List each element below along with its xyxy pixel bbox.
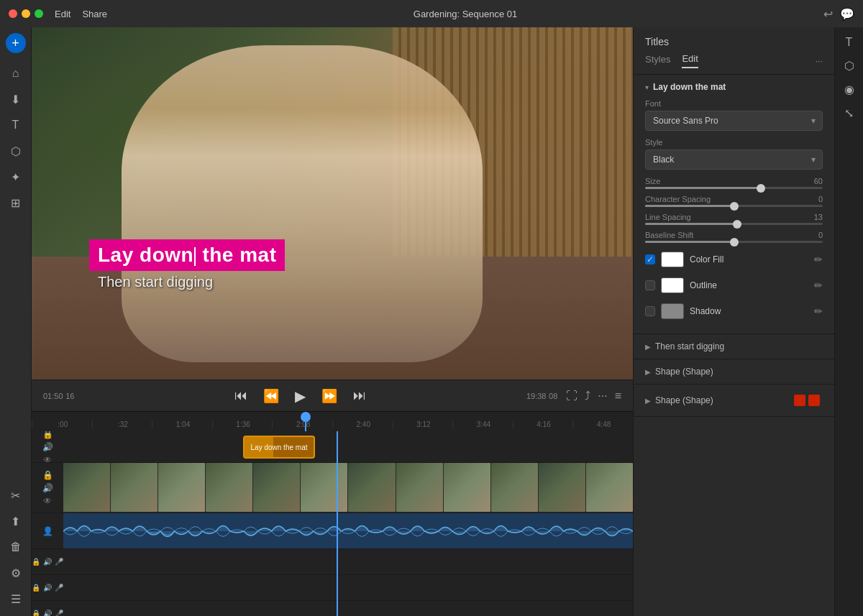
size-slider-track[interactable] xyxy=(645,187,823,189)
ruler-mark: 2:08 xyxy=(272,420,332,428)
outline-checkbox[interactable] xyxy=(645,280,655,290)
text-icon[interactable]: T xyxy=(843,33,856,52)
close-button[interactable] xyxy=(9,9,17,18)
title-overlay[interactable]: Lay down the mat Then start digging xyxy=(89,239,285,293)
import-icon[interactable]: ⬇ xyxy=(4,88,27,111)
char-spacing-slider[interactable] xyxy=(645,205,823,207)
crop-icon[interactable]: ⬡ xyxy=(841,56,857,75)
current-timecode: 01:50 16 xyxy=(43,390,74,401)
style-select[interactable]: Black xyxy=(645,150,823,170)
menu-bar: Edit Share xyxy=(55,9,107,19)
transition-icon[interactable]: ⬡ xyxy=(4,139,27,162)
lock-icon[interactable]: 🔒 xyxy=(32,610,40,616)
baseline-shift-section: Baseline Shift 0 xyxy=(645,231,823,243)
effects-icon[interactable]: ✦ xyxy=(4,165,27,188)
edit-menu[interactable]: Edit xyxy=(55,9,70,19)
size-value: 60 xyxy=(805,177,823,185)
ruler-mark: 3:12 xyxy=(393,420,453,428)
chevron-right-icon: ▶ xyxy=(645,397,651,405)
color-fill-checkbox[interactable]: ✓ xyxy=(645,254,655,265)
more-icon[interactable]: ··· xyxy=(598,390,607,403)
mic-icon[interactable]: 🎤 xyxy=(55,558,63,566)
visibility-icon[interactable]: 👁 xyxy=(43,496,52,506)
tab-styles[interactable]: Styles xyxy=(645,54,670,68)
ruler-mark: 3:44 xyxy=(452,420,513,428)
undo-button[interactable]: ↩ xyxy=(823,7,833,21)
audio-icon[interactable]: 🔊 xyxy=(43,610,52,616)
line-spacing-label: Line Spacing xyxy=(645,213,691,221)
lock-icon[interactable]: 🔒 xyxy=(42,431,53,439)
outline-swatch[interactable] xyxy=(661,277,684,293)
minimize-button[interactable] xyxy=(22,9,30,18)
menu-icon[interactable]: ≡ xyxy=(615,390,621,403)
settings-icon[interactable]: ⚙ xyxy=(4,561,27,584)
lock-icon[interactable]: 🔒 xyxy=(42,470,53,480)
title-clip[interactable]: Lay down the mat xyxy=(243,436,315,459)
ruler-mark: 1:04 xyxy=(152,420,212,428)
shape1-section[interactable]: ▶ Shape (Shape) xyxy=(634,359,834,385)
title-track-content: Lay down the mat xyxy=(63,431,633,462)
transform-icon[interactable]: ⤡ xyxy=(841,104,857,123)
color-icon[interactable]: ◉ xyxy=(841,80,857,99)
export-icon[interactable]: ⬆ xyxy=(4,510,27,533)
titles-icon[interactable]: T xyxy=(4,114,27,137)
video-frame xyxy=(444,463,490,512)
go-to-end-button[interactable]: ⏭ xyxy=(349,387,370,405)
tab-edit[interactable]: Edit xyxy=(682,53,698,68)
list-icon[interactable]: ☰ xyxy=(4,587,27,610)
color-fill-swatch[interactable] xyxy=(661,252,684,267)
person-icon[interactable]: 👤 xyxy=(42,526,53,536)
preview-area: Lay down the mat Then start digging xyxy=(32,27,633,380)
delete-icon[interactable]: 🗑 xyxy=(4,535,27,558)
play-button[interactable]: ▶ xyxy=(291,386,310,406)
share-media-icon[interactable]: ⤴ xyxy=(585,390,590,403)
more-options-button[interactable]: ··· xyxy=(816,56,823,66)
fast-forward-button[interactable]: ⏩ xyxy=(317,387,342,405)
audio-icon[interactable]: 🔊 xyxy=(43,558,52,566)
generators-icon[interactable]: ⊞ xyxy=(4,191,27,214)
mic-icon[interactable]: 🎤 xyxy=(55,610,63,616)
lock-icon[interactable]: 🔒 xyxy=(32,558,40,566)
mic-icon[interactable]: 🎤 xyxy=(55,584,63,592)
video-frame xyxy=(63,463,110,512)
video-preview: Lay down the mat Then start digging xyxy=(32,27,633,380)
video-filmstrip-container xyxy=(63,463,633,512)
outline-label: Outline xyxy=(690,280,808,290)
cut-icon[interactable]: ✂ xyxy=(4,484,27,507)
shape1-label: Shape (Shape) xyxy=(655,367,713,377)
share-icon[interactable]: 💬 xyxy=(840,7,854,21)
ruler-mark: 4:48 xyxy=(572,420,633,428)
maximize-button[interactable] xyxy=(35,9,43,18)
color-picker-icon[interactable]: ✏ xyxy=(814,254,823,265)
transport-bar: 01:50 16 ⏮ ⏪ ▶ ⏩ ⏭ 19:38 08 ⛶ ⤴ ··· xyxy=(32,380,633,411)
audio-icon[interactable]: 🔊 xyxy=(43,584,52,592)
font-select[interactable]: Source Sans Pro xyxy=(645,111,823,131)
add-button[interactable]: + xyxy=(6,33,26,53)
video-frame xyxy=(491,463,538,512)
shape2-section[interactable]: ▶ Shape (Shape) xyxy=(634,385,834,417)
lock-icon[interactable]: 🔒 xyxy=(32,584,40,592)
timeline-tracks: 🔒 🔊 👁 Lay down the mat xyxy=(32,431,633,616)
line-spacing-slider[interactable] xyxy=(645,223,823,225)
outline-picker-icon[interactable]: ✏ xyxy=(814,280,823,291)
chevron-right-icon: ▶ xyxy=(645,343,651,351)
audio-track-3: 🔒 🔊 🎤 xyxy=(32,575,633,601)
audio-mute-icon[interactable]: 🔊 xyxy=(42,442,53,452)
baseline-shift-label: Baseline Shift xyxy=(645,231,693,239)
baseline-shift-slider[interactable] xyxy=(645,241,823,243)
go-to-start-button[interactable]: ⏮ xyxy=(230,387,252,405)
share-menu[interactable]: Share xyxy=(82,9,107,19)
audio-mute-icon[interactable]: 🔊 xyxy=(42,483,53,493)
shadow-checkbox[interactable] xyxy=(645,306,655,316)
then-start-digging-section[interactable]: ▶ Then start digging xyxy=(634,334,834,359)
panel-tabs: Styles Edit ··· xyxy=(645,53,823,68)
shadow-swatch[interactable] xyxy=(661,303,684,319)
audio-track-1-controls: 👤 xyxy=(32,513,63,548)
window-title: Gardening: Sequence 01 xyxy=(107,9,823,19)
ruler-mark: 2:40 xyxy=(332,420,393,428)
home-icon[interactable]: ⌂ xyxy=(4,62,27,85)
shadow-picker-icon[interactable]: ✏ xyxy=(814,305,823,317)
rewind-button[interactable]: ⏪ xyxy=(259,387,283,405)
fullscreen-icon[interactable]: ⛶ xyxy=(566,390,577,403)
section-header[interactable]: ▾ Lay down the mat xyxy=(645,82,823,92)
